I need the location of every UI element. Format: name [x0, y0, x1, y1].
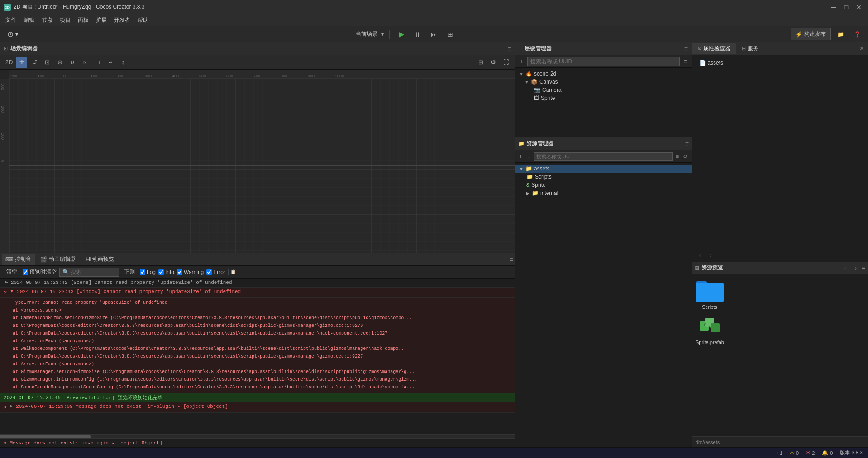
nav-forward-btn[interactable]: ›: [706, 250, 715, 260]
scene-tool-2[interactable]: ⊐: [92, 57, 103, 68]
scene-tool-1[interactable]: ⊾: [80, 57, 91, 68]
scene-tool-2d[interactable]: 2D: [4, 57, 14, 68]
scene-tool-union[interactable]: ∪: [67, 57, 78, 68]
error-status-icon: ✕: [4, 440, 10, 446]
tab-console[interactable]: ⌨ 控制台: [2, 254, 35, 265]
error-filter[interactable]: Error: [206, 269, 225, 275]
scene-dropdown-icon: ▾: [381, 31, 384, 38]
run-button[interactable]: ▶: [395, 28, 408, 41]
menu-developer[interactable]: 开发者: [110, 15, 134, 25]
res-item-internal[interactable]: ▶ 📁 internal: [515, 189, 692, 197]
scene-tool-rotate[interactable]: ↺: [29, 57, 40, 68]
menu-project[interactable]: 项目: [56, 15, 74, 25]
build-button[interactable]: ⚡ 构建发布: [791, 28, 831, 40]
folder-button[interactable]: 📁: [834, 28, 848, 40]
res-filter-btn[interactable]: ≡: [674, 152, 681, 161]
stack-line: at walkNodeComponent (C:\ProgramData\coc…: [13, 345, 511, 353]
warning-checkbox[interactable]: [177, 269, 182, 275]
assets-item[interactable]: 📄 assets: [697, 59, 863, 67]
scene-grid-btn[interactable]: ⊞: [475, 57, 486, 68]
preview-header: 🖼 资源预览 ‹ › ≡: [692, 262, 868, 274]
console-line[interactable]: ✕ ▶ 2024-06-07 15:29:09 Message does not…: [0, 402, 515, 413]
preview-icon: 🖼: [695, 265, 700, 271]
ruler-left-mark: 200: [0, 106, 5, 113]
tree-item-scene[interactable]: ▼ 🔥 scene-2d: [515, 70, 692, 78]
info-filter[interactable]: Info: [158, 269, 174, 275]
preview-nav-forward[interactable]: ›: [851, 263, 861, 273]
minimize-button[interactable]: ─: [828, 2, 839, 13]
res-import-btn[interactable]: ⤓: [525, 152, 533, 161]
regex-toggle[interactable]: 正则: [122, 268, 137, 276]
nav-back-btn[interactable]: ‹: [695, 250, 705, 260]
console-line-text: 2024-06-07 15:29:09 Message does not exi…: [16, 403, 511, 410]
console-scrollbar[interactable]: [0, 434, 515, 438]
step-button[interactable]: ⏭: [428, 28, 440, 41]
copy-log-button[interactable]: 📋: [228, 269, 238, 275]
scene-tool-fliph[interactable]: ↔: [105, 57, 116, 68]
hierarchy-menu-btn[interactable]: ≡: [684, 45, 688, 52]
clear-button[interactable]: 清空: [4, 267, 20, 277]
preview-item-scripts[interactable]: Scripts: [696, 278, 724, 310]
menu-file[interactable]: 文件: [2, 15, 20, 25]
console-panel-menu-btn[interactable]: ≡: [510, 256, 513, 263]
tree-item-canvas[interactable]: ▼ 📦 Canvas: [515, 78, 692, 86]
properties-close-btn[interactable]: ✕: [856, 43, 868, 54]
info-checkbox[interactable]: [158, 269, 164, 275]
res-item-sprite[interactable]: & Sprite: [515, 181, 692, 189]
scene-editor-menu-btn[interactable]: ≡: [508, 45, 511, 52]
help-button[interactable]: ❓: [850, 28, 864, 40]
scene-fullscreen-btn[interactable]: ⛶: [501, 57, 511, 68]
console-search-input[interactable]: [71, 269, 116, 275]
scene-tool-move[interactable]: ✛: [16, 57, 27, 68]
menu-edit[interactable]: 编辑: [20, 15, 38, 25]
preview-menu-btn[interactable]: ≡: [862, 264, 865, 272]
tree-item-sprite[interactable]: 🖼 Sprite: [515, 94, 692, 102]
hier-filter-btn[interactable]: ≡: [682, 57, 689, 66]
expand-button[interactable]: ▼: [9, 288, 15, 293]
tab-anim-editor[interactable]: 🎬 动画编辑器: [37, 254, 80, 265]
res-item-scripts[interactable]: 📁 Scripts: [515, 173, 692, 181]
ruler-left-mark: 300: [0, 83, 5, 90]
console-line[interactable]: ✕ ▼ 2024-06-07 15:23:43 [Window] Cannot …: [0, 288, 515, 298]
tab-anim-preview[interactable]: 🎞 动画预览: [81, 254, 118, 265]
menu-node[interactable]: 节点: [38, 15, 56, 25]
tab-properties[interactable]: ⚙ 属性检查器: [692, 43, 736, 54]
resource-manager-toolbar: + ⤓ ≡ ⟳: [515, 150, 692, 163]
hierarchy-search[interactable]: [527, 57, 680, 66]
scene-tool-flipv[interactable]: ↕: [118, 57, 129, 68]
maximize-button[interactable]: □: [841, 2, 852, 13]
console-line[interactable]: ▶ 2024-06-07 15:23:42 [Scene] Cannot rea…: [0, 279, 515, 288]
close-button[interactable]: ✕: [854, 2, 864, 13]
console-bottom-status: ✕ Message does not exist: im-plugin - [o…: [0, 438, 515, 447]
preview-item-sprite-prefab[interactable]: Sprite.prefab: [696, 313, 724, 345]
warning-filter[interactable]: Warning: [177, 269, 204, 275]
log-checkbox[interactable]: [140, 269, 145, 275]
log-filter[interactable]: Log: [140, 269, 156, 275]
hier-add-btn[interactable]: +: [518, 57, 525, 66]
pause-button[interactable]: ⏸: [411, 28, 424, 41]
res-item-assets[interactable]: ▼ 📁 assets: [515, 165, 692, 173]
resource-search[interactable]: [534, 152, 673, 161]
tree-item-camera[interactable]: 📷 Camera: [515, 86, 692, 94]
error-checkbox[interactable]: [206, 269, 212, 275]
menu-extend[interactable]: 扩展: [92, 15, 110, 25]
expand-button[interactable]: ▶: [4, 279, 9, 284]
footer-path: db://assets: [696, 439, 720, 445]
scene-tool-rect[interactable]: ⊕: [54, 57, 65, 68]
menu-panel[interactable]: 面板: [74, 15, 92, 25]
scene-settings-btn[interactable]: ⚙: [488, 57, 499, 68]
tab-services[interactable]: ⊞ 服务: [736, 43, 764, 54]
clear-on-preview-checkbox[interactable]: 预览时清空: [23, 268, 57, 276]
res-refresh-btn[interactable]: ⟳: [682, 152, 690, 161]
expand-button[interactable]: ▶: [9, 403, 14, 408]
console-output[interactable]: ▶ 2024-06-07 15:23:42 [Scene] Cannot rea…: [0, 279, 515, 434]
toolbar-dropdown-btn[interactable]: ▾: [4, 28, 22, 40]
layout-button[interactable]: ⊞: [444, 28, 457, 41]
menu-help[interactable]: 帮助: [134, 15, 152, 25]
resource-manager-menu-btn[interactable]: ≡: [685, 140, 689, 147]
resource-icon: 📁: [518, 141, 525, 146]
res-add-btn[interactable]: +: [517, 152, 524, 161]
clear-preview-input[interactable]: [23, 269, 28, 275]
preview-nav-back[interactable]: ‹: [840, 263, 850, 273]
scene-tool-scale[interactable]: ⊡: [42, 57, 52, 68]
